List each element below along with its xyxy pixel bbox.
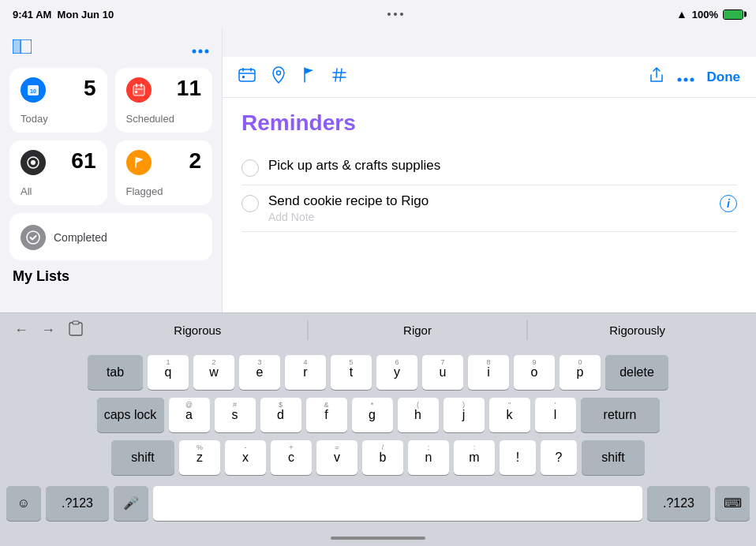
- key-p[interactable]: 0p: [560, 355, 601, 390]
- scheduled-count: 11: [177, 77, 201, 99]
- done-button[interactable]: Done: [707, 69, 741, 85]
- sidebar-item-flagged[interactable]: 2 Flagged: [115, 140, 213, 205]
- key-x[interactable]: -x: [225, 440, 266, 475]
- key-i[interactable]: 8i: [468, 355, 509, 390]
- capslock-label: caps lock: [104, 409, 157, 421]
- my-lists-label: My Lists: [9, 260, 212, 288]
- autocorrect-actions: ← →: [9, 316, 88, 344]
- return-key[interactable]: return: [581, 398, 660, 432]
- undo-button[interactable]: ←: [9, 319, 33, 342]
- toolbar-hash-icon[interactable]: [331, 67, 347, 87]
- shift-left-key[interactable]: shift: [111, 440, 174, 475]
- key-k[interactable]: "k: [489, 398, 530, 432]
- toolbar-calendar-icon[interactable]: [238, 68, 256, 86]
- tab-key[interactable]: tab: [88, 355, 143, 390]
- shift-label: shift: [131, 451, 154, 464]
- suggestion-2[interactable]: Rigor: [308, 320, 528, 340]
- space-key[interactable]: [153, 486, 642, 521]
- flagged-count: 2: [189, 150, 201, 172]
- reminder-circle-2[interactable]: [241, 195, 259, 212]
- toolbar-right: Done: [649, 66, 741, 88]
- sidebar-item-completed[interactable]: Completed: [9, 213, 212, 260]
- key-i-sub: 8: [486, 358, 490, 366]
- reminder-info-button[interactable]: i: [720, 195, 737, 212]
- toolbar-more-icon[interactable]: [677, 68, 694, 86]
- today-icon: 10: [21, 77, 46, 103]
- key-q-sub: 1: [166, 358, 170, 366]
- svg-rect-22: [242, 76, 245, 78]
- key-s[interactable]: #s: [215, 398, 256, 432]
- delete-key[interactable]: delete: [605, 355, 668, 390]
- svg-point-5: [205, 49, 209, 53]
- sidebar-item-today[interactable]: 10 5 Today: [9, 68, 107, 133]
- redo-button[interactable]: →: [36, 319, 60, 342]
- suggestion-1[interactable]: Rigorous: [88, 320, 308, 340]
- home-indicator: [0, 530, 756, 546]
- svg-point-23: [277, 71, 281, 75]
- toolbar-left: [238, 66, 347, 88]
- delete-label: delete: [619, 366, 654, 379]
- add-note-placeholder[interactable]: Add Note: [268, 211, 710, 223]
- key-n[interactable]: ;n: [408, 440, 449, 475]
- shift-right-key[interactable]: shift: [582, 440, 645, 475]
- key-d[interactable]: $d: [260, 398, 301, 432]
- key-l[interactable]: 'l: [535, 398, 576, 432]
- key-question[interactable]: ?: [541, 440, 577, 475]
- key-o[interactable]: 9o: [514, 355, 555, 390]
- number-right-key[interactable]: .?123: [647, 486, 710, 521]
- capslock-key[interactable]: caps lock: [97, 398, 164, 432]
- paste-button[interactable]: [63, 316, 88, 344]
- svg-line-25: [335, 69, 337, 81]
- smart-lists: 10 5 Today: [9, 68, 212, 205]
- toolbar-flag-icon[interactable]: [301, 66, 316, 88]
- key-z[interactable]: %z: [179, 440, 220, 475]
- key-c[interactable]: +c: [271, 440, 312, 475]
- svg-text:10: 10: [30, 88, 36, 94]
- key-g[interactable]: *g: [352, 398, 393, 432]
- keyboard-label: ⌨: [724, 497, 742, 510]
- sidebar-item-scheduled[interactable]: 11 Scheduled: [115, 68, 213, 133]
- key-w[interactable]: 2w: [193, 355, 234, 390]
- key-f[interactable]: &f: [306, 398, 347, 432]
- svg-point-16: [31, 160, 36, 165]
- keyboard-area: ← → Rigorous Rigor Rigorously tab 1q: [0, 312, 756, 546]
- reminder-item-2[interactable]: Send cookie recipe to Rigo Add Note i: [241, 185, 737, 232]
- reminder-item-1[interactable]: Pick up arts & crafts supplies: [241, 150, 737, 185]
- svg-point-29: [677, 78, 681, 82]
- key-t[interactable]: 5t: [331, 355, 372, 390]
- key-r-sub: 4: [303, 358, 307, 366]
- key-a[interactable]: @a: [169, 398, 210, 432]
- reminder-circle-1[interactable]: [241, 159, 259, 177]
- status-time: 9:41 AM Mon Jun 10: [13, 9, 114, 21]
- key-m[interactable]: :m: [454, 440, 495, 475]
- key-j[interactable]: )j: [443, 398, 485, 432]
- keyboard-bottom-row: ☺ .?123 🎤 .?123 ⌨: [0, 481, 756, 530]
- svg-point-3: [193, 49, 196, 53]
- key-h[interactable]: (h: [398, 398, 439, 432]
- sidebar-ellipsis-icon[interactable]: [192, 39, 209, 58]
- key-y[interactable]: 6y: [376, 355, 417, 390]
- mic-key[interactable]: 🎤: [114, 486, 148, 521]
- toolbar-share-icon[interactable]: [649, 66, 664, 88]
- svg-rect-14: [135, 91, 137, 93]
- status-dot-3: [400, 13, 403, 16]
- keyboard-key[interactable]: ⌨: [715, 486, 750, 521]
- emoji-key[interactable]: ☺: [6, 486, 41, 521]
- key-v[interactable]: =v: [316, 440, 357, 475]
- key-u[interactable]: 7u: [422, 355, 463, 390]
- battery-percent: 100%: [692, 9, 718, 21]
- key-b[interactable]: /b: [362, 440, 403, 475]
- key-exclaim[interactable]: !: [500, 440, 536, 475]
- key-e[interactable]: 3e: [239, 355, 280, 390]
- sidebar-item-all[interactable]: 61 All: [9, 140, 107, 205]
- sidebar-toggle-icon[interactable]: [13, 38, 32, 58]
- shift-right-label: shift: [601, 451, 624, 464]
- key-r[interactable]: 4r: [285, 355, 326, 390]
- toolbar-location-icon[interactable]: [271, 66, 286, 88]
- key-q[interactable]: 1q: [148, 355, 189, 390]
- number-left-key[interactable]: .?123: [46, 486, 109, 521]
- status-bar: 9:41 AM Mon Jun 10 ▲ 100%: [0, 0, 756, 28]
- suggestion-3[interactable]: Rigorously: [527, 320, 747, 340]
- scheduled-icon: [126, 77, 152, 103]
- status-dot-1: [387, 13, 391, 16]
